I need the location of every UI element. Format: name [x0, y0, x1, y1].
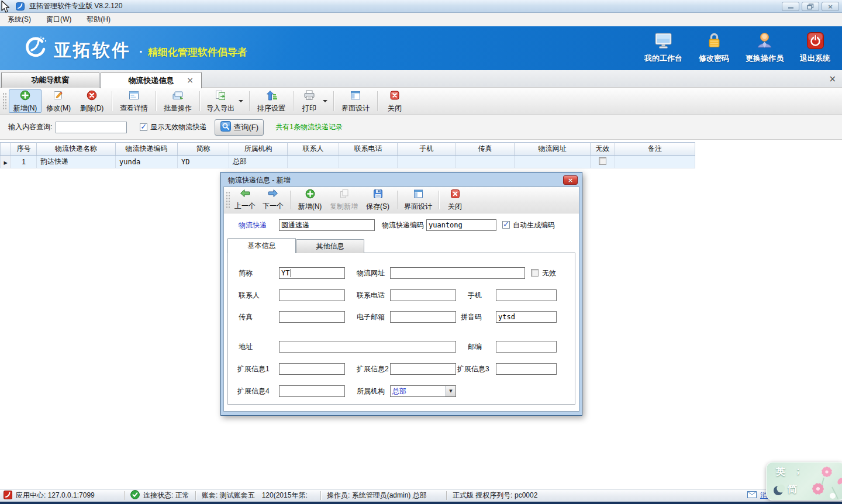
delete-button[interactable]: 删除(D) — [75, 88, 109, 115]
restore-button[interactable] — [802, 2, 819, 11]
combobox-arrow[interactable]: ▼ — [446, 386, 455, 396]
dialog-tabs: 基本信息 其他信息 — [227, 238, 579, 253]
menu-help[interactable]: 帮助(H) — [79, 13, 118, 26]
arrow-right-icon — [267, 189, 279, 200]
toolbar-separator — [290, 191, 291, 209]
cell-name: 韵达快递 — [37, 156, 116, 168]
cell-remark — [615, 156, 695, 168]
column-header[interactable]: 传真 — [456, 143, 515, 156]
mobile-field[interactable] — [496, 289, 557, 301]
column-header[interactable]: 物流网址 — [515, 143, 591, 156]
ext3-label: 扩展信息3 — [457, 363, 489, 375]
exit-system-button[interactable]: 退出系统 — [800, 32, 830, 64]
dialog-add-button[interactable]: 新增(N) — [294, 187, 326, 213]
fax-field[interactable] — [279, 311, 345, 323]
next-button[interactable]: 下一个 — [259, 187, 287, 213]
lock-icon — [705, 32, 723, 51]
tab-logistics-info[interactable]: 物流快递信息 × — [101, 72, 202, 88]
dropdown-arrow-icon[interactable] — [323, 100, 327, 105]
workbench-button[interactable]: 我的工作台 — [644, 32, 682, 64]
dropdown-arrow-icon[interactable] — [239, 100, 243, 105]
name-field-label: 物流快递 — [239, 219, 267, 231]
zipcode-field[interactable] — [496, 341, 557, 353]
statusbar-separator — [320, 491, 321, 500]
brand-logo-icon — [22, 34, 48, 63]
ime-lang-indicator[interactable]: 英 — [776, 466, 785, 478]
dialog-ui-design-button[interactable]: 界面设计 — [401, 187, 436, 213]
phone-field[interactable] — [390, 289, 456, 301]
ime-punct-indicator[interactable]: ； — [793, 465, 803, 477]
dialog-close-button[interactable]: × — [563, 175, 578, 185]
column-header[interactable]: 物流快递编码 — [116, 143, 178, 156]
toolbar-separator — [112, 91, 112, 111]
show-invalid-checkbox[interactable]: ✓ — [140, 123, 147, 131]
contact-label: 联系人 — [239, 289, 260, 301]
switch-operator-button[interactable]: 更换操作员 — [746, 32, 784, 64]
column-header[interactable]: 联系人 — [288, 143, 339, 156]
column-header[interactable]: 联系电话 — [339, 143, 398, 156]
query-button[interactable]: 查询(F) — [215, 119, 264, 136]
save-icon — [373, 189, 383, 201]
status-operator: 操作员: 系统管理员(admin) 总部 — [327, 491, 440, 500]
titlebar: 亚拓管理软件专业版 V8.2.120 × — [0, 0, 842, 13]
column-header[interactable]: 备注 — [615, 143, 695, 156]
dialog-close-tool-button[interactable]: 关闭 — [442, 187, 468, 213]
ime-mode-indicator[interactable]: 简 — [788, 484, 797, 496]
tab-other-info[interactable]: 其他信息 — [296, 239, 364, 253]
search-input[interactable] — [56, 122, 127, 133]
ui-design-button[interactable]: 界面设计 — [337, 88, 374, 115]
org-label: 所属机构 — [357, 385, 385, 397]
invalid-checkbox[interactable] — [599, 157, 606, 165]
add-button[interactable]: 新增(N) — [9, 89, 42, 113]
ime-widget[interactable]: 英 ； 简 — [766, 462, 842, 500]
close-button[interactable]: × — [822, 2, 839, 11]
autocode-checkbox[interactable]: ✓ — [502, 221, 510, 229]
minimize-button[interactable] — [782, 2, 799, 11]
cell-invalid — [591, 156, 615, 168]
pinyin-field[interactable] — [496, 311, 557, 323]
column-header[interactable]: 物流快递名称 — [37, 143, 116, 156]
invalid-checkbox[interactable] — [531, 269, 539, 277]
tab-close-icon[interactable]: × — [187, 75, 194, 85]
tab-function-nav[interactable]: 功能导航窗 — [1, 72, 99, 88]
brand-separator: · — [139, 45, 143, 58]
ext2-field[interactable] — [390, 363, 456, 375]
code-field[interactable] — [426, 219, 496, 231]
save-button[interactable]: 保存(S) — [361, 187, 394, 213]
print-button[interactable]: 打印 — [296, 88, 322, 115]
column-header[interactable]: 序号 — [11, 143, 37, 156]
banner: 亚拓软件 · 精细化管理软件倡导者 我的工作台 修改密码 更换操 — [0, 26, 842, 70]
ext3-field[interactable] — [496, 363, 557, 375]
cell-mobile — [398, 156, 456, 168]
name-field[interactable] — [279, 219, 375, 231]
close-tab-button[interactable]: 关闭 — [381, 88, 409, 115]
email-field[interactable] — [390, 311, 456, 323]
toolbar-grip — [226, 191, 230, 209]
tabstrip-close-icon[interactable]: × — [829, 74, 836, 84]
statusbar-separator — [446, 491, 447, 500]
table-row[interactable]: ▶ 1 韵达快递 yunda YD 总部 — [1, 156, 695, 168]
abbr-field[interactable] — [279, 267, 345, 279]
column-header[interactable]: 无效 — [591, 143, 615, 156]
view-detail-button[interactable]: 查看详情 — [115, 88, 153, 115]
address-field[interactable] — [279, 341, 456, 353]
ext2-label: 扩展信息2 — [357, 363, 389, 375]
change-password-button[interactable]: 修改密码 — [699, 32, 729, 64]
column-header[interactable]: 所属机构 — [229, 143, 288, 156]
contact-field[interactable] — [279, 289, 345, 301]
batch-operate-button[interactable]: 批量操作 — [159, 88, 196, 115]
edit-button[interactable]: 修改(M) — [42, 88, 75, 115]
tab-basic-info[interactable]: 基本信息 — [227, 238, 296, 253]
import-export-button[interactable]: 导入导出 — [203, 88, 238, 115]
menu-window[interactable]: 窗口(W) — [39, 13, 79, 26]
previous-button[interactable]: 上一个 — [231, 187, 259, 213]
column-header[interactable]: 手机 — [398, 143, 456, 156]
search-row: 输入内容查询: ✓ 显示无效物流快递 查询(F) 共有1条物流快递记录 — [0, 115, 842, 140]
sort-settings-button[interactable]: 排序设置 — [253, 88, 290, 115]
ext1-field[interactable] — [279, 363, 345, 375]
column-header[interactable]: 简称 — [178, 143, 229, 156]
website-field[interactable] — [390, 267, 525, 279]
ext4-field[interactable] — [279, 385, 345, 397]
org-combobox[interactable]: 总部 ▼ — [390, 385, 456, 397]
add-icon — [20, 90, 30, 102]
